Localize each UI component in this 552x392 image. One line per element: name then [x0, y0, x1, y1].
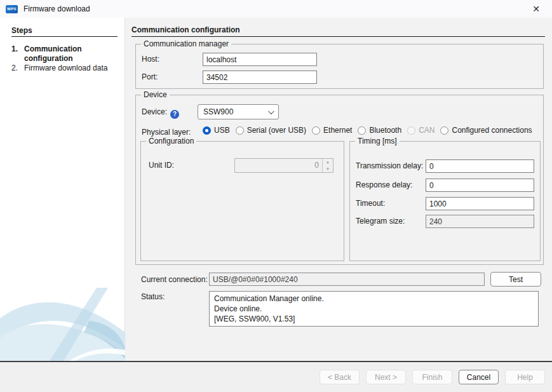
main-panel: Communication configuration Communicatio…: [125, 18, 552, 361]
step-number: 1.: [11, 44, 24, 64]
help-button: Help: [505, 370, 545, 384]
device-select-value: SSW900: [203, 107, 268, 116]
host-label: Host:: [142, 55, 159, 64]
group-legend: Timing [ms]: [355, 137, 400, 145]
radio-can: CAN: [407, 126, 434, 135]
decorative-swoosh: [0, 288, 125, 361]
radio-label: Ethernet: [323, 126, 352, 135]
telegram-size-label: Telegram size:: [356, 217, 405, 226]
radio-icon: [358, 126, 366, 135]
device-select[interactable]: SSW900: [198, 104, 279, 119]
group-legend: Device: [141, 90, 170, 99]
radio-label: CAN: [419, 126, 434, 135]
host-input[interactable]: [203, 53, 317, 66]
radio-label: USB: [214, 126, 230, 135]
steps-heading: Steps: [11, 26, 32, 35]
window-title: Firmware download: [24, 4, 90, 13]
unit-id-label: Unit ID:: [149, 161, 174, 170]
radio-configured-connections[interactable]: Configured connections: [440, 126, 532, 135]
steps-underline: [11, 36, 118, 37]
device-label: Device:?: [142, 107, 179, 119]
next-button: Next >: [366, 370, 406, 384]
page-title-underline: [131, 36, 545, 37]
step-number: 2.: [11, 64, 24, 73]
port-input[interactable]: [203, 71, 317, 84]
radio-usb[interactable]: USB: [203, 126, 230, 135]
telegram-size-input: [426, 215, 534, 228]
step-item-communication-configuration: 1. Communication configuration: [11, 44, 116, 64]
status-line: Communication Manager online.: [214, 294, 534, 304]
stepper-up-icon: ▲: [323, 159, 333, 166]
status-box: Communication Manager online. Device onl…: [209, 291, 539, 327]
test-button[interactable]: Test: [490, 272, 541, 287]
unit-id-stepper: 0 ▲ ▼: [234, 158, 333, 173]
group-legend: Communication manager: [141, 39, 231, 48]
radio-ethernet[interactable]: Ethernet: [312, 126, 352, 135]
titlebar: WPS Firmware download ✕: [0, 0, 552, 18]
radio-label: Configured connections: [452, 126, 532, 135]
step-label: Communication configuration: [24, 44, 116, 64]
radio-icon: [312, 126, 320, 135]
timeout-label: Timeout:: [356, 199, 385, 208]
step-label: Firmware download data: [24, 64, 116, 73]
steps-sidebar: Steps 1. Communication configuration 2. …: [0, 18, 125, 361]
transmission-delay-input[interactable]: [426, 159, 534, 173]
stepper-down-icon: ▼: [323, 166, 333, 173]
timeout-input[interactable]: [426, 197, 534, 210]
device-group: Device Device:? SSW900 Physical layer: U…: [135, 95, 544, 265]
finish-button: Finish: [412, 370, 452, 384]
help-icon[interactable]: ?: [170, 110, 179, 119]
communication-manager-group: Communication manager Host: Port:: [135, 44, 544, 89]
wps-app-icon: WPS: [6, 5, 18, 13]
back-button: < Back: [320, 370, 360, 384]
port-label: Port:: [142, 72, 158, 81]
response-delay-input[interactable]: [426, 179, 534, 192]
radio-icon: [440, 126, 448, 135]
radio-label: Bluetooth: [369, 126, 401, 135]
timing-group: Timing [ms] Transmission delay: Response…: [349, 141, 541, 261]
stepper-buttons: ▲ ▼: [322, 159, 333, 172]
page-title: Communication configuration: [131, 25, 240, 34]
firmware-download-dialog: WPS Firmware download ✕ Steps 1. Communi…: [0, 0, 552, 392]
physical-layer-label: Physical layer:: [142, 128, 191, 137]
status-line: [WEG, SSW900, V1.53]: [214, 314, 534, 324]
transmission-delay-label: Transmission delay:: [356, 161, 423, 170]
current-connection-field: [209, 273, 485, 286]
radio-icon: [236, 126, 244, 135]
status-label: Status:: [141, 292, 165, 301]
radio-serial-over-usb[interactable]: Serial (over USB): [236, 126, 306, 135]
configuration-group: Configuration Unit ID: 0 ▲ ▼: [140, 141, 344, 261]
close-icon[interactable]: ✕: [525, 0, 547, 18]
group-legend: Configuration: [146, 137, 196, 145]
cancel-button[interactable]: Cancel: [459, 370, 499, 384]
response-delay-label: Response delay:: [356, 180, 412, 189]
footer-button-bar: < Back Next > Finish Cancel Help: [0, 362, 552, 392]
status-line: Device online.: [214, 304, 534, 314]
current-connection-label: Current connection:: [141, 275, 208, 284]
step-item-firmware-download-data: 2. Firmware download data: [11, 64, 116, 73]
unit-id-value: 0: [235, 159, 322, 172]
physical-layer-radio-group: USB Serial (over USB) Ethernet Bluetooth…: [203, 126, 532, 135]
radio-bluetooth[interactable]: Bluetooth: [358, 126, 401, 135]
radio-icon: [203, 126, 211, 135]
chevron-down-icon: [268, 108, 274, 114]
radio-icon: [407, 126, 415, 135]
radio-label: Serial (over USB): [247, 126, 306, 135]
